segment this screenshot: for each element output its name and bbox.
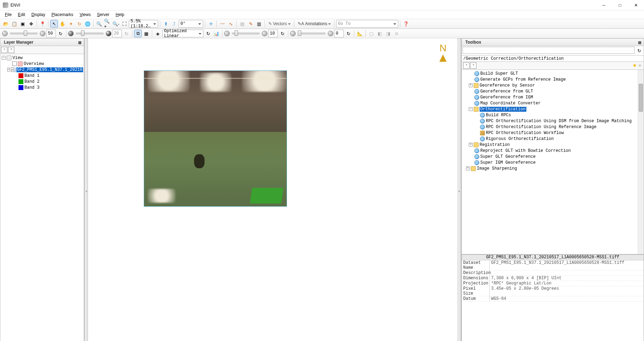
menu-placemarks[interactable]: Placemarks xyxy=(49,11,76,18)
tool-georef-igm[interactable]: Georeference from IGM xyxy=(474,94,643,100)
tool-rigorous[interactable]: Rigorous Orthorectification xyxy=(479,136,643,142)
roi-tool-button[interactable]: ▨ xyxy=(238,20,246,28)
portal-button[interactable]: ▢ xyxy=(368,30,375,37)
zoom-tool-button[interactable]: 🔍 xyxy=(95,20,103,28)
zoom-fit-button[interactable]: ⛶ xyxy=(120,20,128,28)
folder-ortho[interactable]: −Orthorectification xyxy=(468,106,643,112)
overview-node[interactable]: Overview xyxy=(7,61,83,67)
swipe-button[interactable]: ⧈ xyxy=(393,30,400,37)
data-manager-button[interactable]: 📋 xyxy=(10,20,18,28)
left-collapse-handle[interactable]: ◂ xyxy=(84,38,88,341)
folder-sharpening[interactable]: +Image Sharpening xyxy=(465,165,643,171)
feature-count-button[interactable]: ✎ xyxy=(247,20,254,28)
toolbox-scrollbar[interactable] xyxy=(638,70,644,254)
stretch-view-button[interactable]: ⧉ xyxy=(134,30,142,37)
tool-super-igm[interactable]: Super IGM Georeference xyxy=(474,160,643,165)
histogram-button[interactable]: ◈ xyxy=(154,30,162,37)
cursor-value-button[interactable]: ✥ xyxy=(27,20,35,28)
tool-build-rpcs[interactable]: Build RPCs xyxy=(479,112,643,118)
tool-rpc-wf[interactable]: RPC Orthorectification Workflow xyxy=(479,130,643,136)
panel-options-icon[interactable]: ▤ xyxy=(77,39,82,45)
overview-checkbox[interactable] xyxy=(12,61,17,66)
zoom-out-button[interactable]: 🔍- xyxy=(112,20,120,28)
sharpen-reset-button[interactable]: ↻ xyxy=(279,30,286,37)
brightness-slider[interactable] xyxy=(10,32,38,35)
menu-server[interactable]: Server xyxy=(94,11,112,18)
chip-button[interactable]: ▣ xyxy=(19,20,27,28)
search-refresh-button[interactable]: ↻ xyxy=(635,47,643,54)
folder-registration[interactable]: +Registration xyxy=(468,142,643,148)
menu-display[interactable]: Display xyxy=(29,11,48,18)
stretch-full-button[interactable]: ▦ xyxy=(142,30,150,37)
equalize-button[interactable]: 📊 xyxy=(213,30,220,37)
brightness-reset-button[interactable]: ↻ xyxy=(57,30,64,37)
tree-down-button[interactable]: ˅ xyxy=(470,62,476,69)
tree-up-button[interactable]: ˄ xyxy=(463,62,469,69)
view-node[interactable]: − View xyxy=(1,55,83,61)
close-button[interactable]: ✕ xyxy=(628,0,644,10)
zoom-in-button[interactable]: 🔍+ xyxy=(104,20,111,28)
band2-node[interactable]: Band 2 xyxy=(18,79,83,84)
stretch-refresh-button[interactable]: ↻ xyxy=(204,30,212,37)
folder-georef-sensor[interactable]: +Georeference by Sensor xyxy=(468,82,643,88)
tool-reproject[interactable]: Reproject GLT with Bowtie Correction xyxy=(474,148,643,154)
menu-edit[interactable]: Edit xyxy=(15,11,28,18)
pan-tool-button[interactable]: ✋ xyxy=(59,20,66,28)
contrast-value[interactable]: 20 xyxy=(112,30,122,37)
image-checkbox[interactable]: ✓ xyxy=(11,67,14,72)
tool-gen-gcps[interactable]: Generate GCPs from Reference Image xyxy=(474,76,643,82)
open-file-button[interactable]: 📂 xyxy=(2,20,10,28)
favorite-dim-icon[interactable]: ★ xyxy=(638,62,642,69)
select-tool-button[interactable]: ↖ xyxy=(50,20,58,28)
toolbox-options-icon[interactable]: ▤ xyxy=(637,39,642,45)
zoom-combo[interactable]: 5.5% (1:18.2… xyxy=(129,20,158,28)
maximize-button[interactable]: □ xyxy=(612,0,628,10)
rotation-combo[interactable]: 0° xyxy=(179,20,203,28)
fly-tool-button[interactable]: ✦ xyxy=(67,20,75,28)
tool-build-super-glt[interactable]: Build Super GLT xyxy=(474,71,643,76)
tool-super-glt[interactable]: Super GLT Georeference xyxy=(474,154,643,160)
pin-button[interactable]: 📍 xyxy=(39,20,46,28)
layer-tree[interactable]: − View Overview −✓ GF2_PMS1_E95.1_N37.1_… xyxy=(0,54,84,341)
toolbox-tree[interactable]: Build Super GLT Generate GCPs from Refer… xyxy=(461,70,644,254)
transparency-reset-button[interactable]: ↻ xyxy=(345,30,352,37)
menu-help[interactable]: Help xyxy=(113,11,127,18)
flicker-button[interactable]: ◨ xyxy=(384,30,392,37)
right-collapse-handle[interactable]: ▸ xyxy=(458,38,461,341)
toolbox-search-input[interactable] xyxy=(462,47,635,54)
sharpen-value[interactable]: 10 xyxy=(268,30,278,37)
vectors-menu[interactable]: ✎ Vectors xyxy=(267,20,292,28)
image-layer-node[interactable]: −✓ GF2_PMS1_E95.1_N37.1_20210 xyxy=(7,67,83,73)
band1-node[interactable]: Band 1 xyxy=(18,73,83,79)
brightness-value[interactable]: 50 xyxy=(46,30,56,37)
barcode-button[interactable]: ▥ xyxy=(255,20,263,28)
tool-rpc-ref[interactable]: RPC Orthorectification Using Reference I… xyxy=(479,124,643,130)
favorite-icon[interactable]: ★ xyxy=(632,62,637,69)
transparency-value[interactable]: 0 xyxy=(334,30,344,37)
rotate-to-button[interactable]: ⤴ xyxy=(170,20,178,28)
tool-georef-glt[interactable]: Georeference from GLT xyxy=(474,88,643,94)
rotate-tool-button[interactable]: ↻ xyxy=(75,20,83,28)
minimize-button[interactable]: ─ xyxy=(596,0,612,10)
annotations-menu[interactable]: ✎A Annotations xyxy=(296,20,332,28)
crosshair-button[interactable]: ✛ xyxy=(207,20,215,28)
band3-node[interactable]: Band 3 xyxy=(18,84,83,90)
zoom-extent-button[interactable]: 🌐 xyxy=(84,20,91,28)
tool-map-coord[interactable]: Map Coordinate Converter xyxy=(474,100,643,106)
blend-button[interactable]: ◧ xyxy=(376,30,384,37)
scatter-button[interactable]: ∿ xyxy=(227,20,235,28)
contrast-slider[interactable] xyxy=(76,32,104,35)
tool-rpc-dsm[interactable]: RPC Orthorectification Using DSM from De… xyxy=(479,118,643,124)
image-view[interactable]: N ▲ xyxy=(88,38,458,341)
menu-file[interactable]: File xyxy=(2,11,14,18)
profile-button[interactable]: 〰 xyxy=(219,20,226,28)
transparency-slider[interactable] xyxy=(298,32,326,35)
goto-combo[interactable]: Go To xyxy=(336,20,398,28)
sharpen-slider[interactable] xyxy=(232,32,260,35)
stretch-combo[interactable]: Optimized Linear xyxy=(162,30,203,37)
scroll-up-button[interactable]: ˄ xyxy=(1,47,7,53)
help-icon[interactable]: ❓ xyxy=(402,20,410,28)
menu-views[interactable]: Views xyxy=(77,11,94,18)
measure-button[interactable]: 📐 xyxy=(356,30,364,37)
north-up-button[interactable]: ⬆ xyxy=(162,20,170,28)
